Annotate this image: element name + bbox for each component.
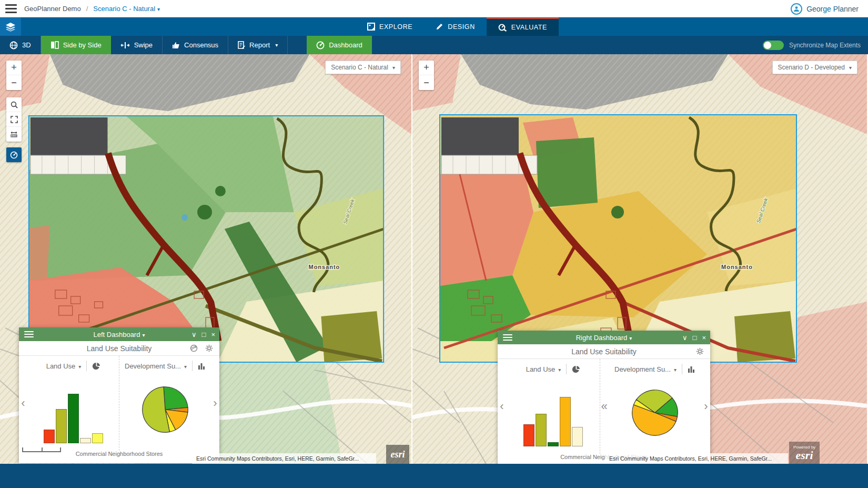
person-icon [793, 6, 800, 12]
geoplanner-app: GeoPlanner Demo / Scenario C - Natural▾ … [0, 0, 868, 488]
top-bar: GeoPlanner Demo / Scenario C - Natural▾ … [0, 0, 868, 17]
next-charts-button[interactable]: › [702, 359, 710, 454]
tab-evaluate[interactable]: EVALUATE [487, 17, 559, 36]
report-icon [238, 41, 245, 49]
right-scenario-value: Scenario D - Developed [778, 64, 845, 71]
esri-logo[interactable]: Powered by esri [789, 442, 820, 464]
measure-icon [10, 131, 18, 138]
consensus-button[interactable]: Consensus [163, 36, 228, 54]
sync-extents-toggle[interactable] [763, 41, 784, 50]
measure-button[interactable] [6, 127, 22, 142]
zoom-out-button[interactable]: − [6, 75, 22, 90]
tab-explore[interactable]: EXPLORE [356, 17, 424, 36]
gear-icon[interactable] [205, 344, 213, 352]
dashboard-collapse-button[interactable]: ∨ [682, 334, 688, 342]
swipe-button[interactable]: Swipe [111, 36, 163, 54]
collapse-card-button[interactable]: « [600, 359, 608, 454]
panel-title: Land Use Suitability [571, 347, 637, 356]
land-use-card: Land Use▾ [506, 359, 600, 454]
dashboard-maximize-button[interactable]: □ [202, 331, 206, 338]
dashboard-maximize-button[interactable]: □ [693, 334, 697, 342]
evaluate-icon [498, 24, 507, 32]
toolbar-gap [288, 36, 307, 54]
gear-icon[interactable] [696, 347, 704, 355]
tab-evaluate-label: EVALUATE [511, 24, 547, 31]
scenario-menu-label: Scenario C - Natural [93, 5, 155, 13]
zoom-in-button[interactable]: + [6, 61, 22, 75]
caret-down-icon: ▾ [184, 364, 187, 370]
dashboard-close-button[interactable]: × [702, 334, 706, 342]
bar-chart-icon[interactable] [198, 363, 206, 370]
caret-down-icon: ▾ [142, 332, 145, 338]
bottom-bar [0, 464, 868, 488]
map-attribution: Esri Community Maps Contributors, Esri, … [605, 453, 788, 464]
left-dashboard-title[interactable]: Left Dashboard▾ [19, 331, 219, 338]
scale-bar [22, 447, 61, 452]
zoom-controls: + − [419, 61, 434, 90]
powered-by-label: Powered by [793, 445, 815, 450]
app-menu-icon[interactable] [5, 4, 17, 13]
zoom-out-button[interactable]: − [419, 75, 434, 90]
dashboard-label: Dashboard [329, 41, 362, 49]
search-button[interactable] [6, 97, 22, 112]
chart-selector-development[interactable]: Development Su...▾ [125, 362, 187, 370]
breadcrumb-separator: / [86, 5, 88, 13]
report-button[interactable]: Report ▾ [228, 36, 288, 54]
caret-down-icon: ▾ [78, 364, 81, 370]
dashboard-gauge-icon [316, 41, 325, 49]
caret-down-icon: ▾ [674, 367, 677, 373]
avatar [791, 3, 802, 15]
chart-selector-land-use[interactable]: Land Use▾ [526, 365, 561, 373]
tab-design[interactable]: DESIGN [424, 17, 487, 36]
right-map-pane: Monsanto Seal Creek + − Scenario D - Dev… [412, 54, 867, 464]
map-area: Monsanto Seal Creek + − [0, 54, 868, 464]
globe-icon [9, 41, 18, 49]
esri-logo[interactable]: esri [386, 445, 409, 464]
explore-icon [367, 23, 375, 31]
3d-label: 3D [22, 41, 31, 49]
map-tools [6, 97, 22, 142]
left-scenario-select[interactable]: Scenario C - Natural ▾ [325, 61, 401, 74]
sync-extents-control: Synchronize Map Extents [763, 36, 861, 54]
right-scenario-select[interactable]: Scenario D - Developed ▾ [772, 61, 857, 74]
prev-charts-button[interactable]: ‹ [498, 359, 506, 454]
bar-chart-icon[interactable] [688, 366, 695, 373]
side-by-side-icon [51, 41, 59, 49]
dashboard-close-button[interactable]: × [211, 331, 215, 338]
chart-selector-development[interactable]: Development Su...▾ [614, 365, 677, 373]
left-dashboard-header[interactable]: Left Dashboard▾ ∨ □ × [19, 327, 219, 341]
prev-charts-button[interactable]: ‹ [19, 356, 27, 451]
dashboard-collapse-button[interactable]: ∨ [191, 331, 197, 338]
user-menu[interactable]: George Planner [791, 0, 859, 17]
search-icon [11, 101, 18, 108]
design-icon [436, 23, 443, 31]
hide-on-map-icon[interactable] [190, 344, 198, 352]
layers-button[interactable] [0, 17, 21, 36]
caret-down-icon: ▾ [275, 42, 278, 48]
caret-down-icon: ▾ [558, 367, 561, 373]
development-pie-chart [119, 374, 211, 451]
map-label-monsanto: Monsanto [721, 264, 753, 270]
right-dashboard-title[interactable]: Right Dashboard▾ [498, 334, 710, 342]
side-by-side-button[interactable]: Side by Side [41, 36, 111, 54]
pie-globe-icon[interactable] [572, 365, 580, 373]
land-use-bar-chart [506, 377, 600, 454]
right-dashboard-header[interactable]: Right Dashboard▾ ∨ □ × [498, 331, 710, 344]
caret-down-icon: ▾ [629, 335, 632, 341]
swipe-label: Swipe [134, 41, 153, 49]
mode-tabs: EXPLORE DESIGN EVALUATE [356, 17, 559, 36]
chart-selector-land-use[interactable]: Land Use▾ [46, 362, 82, 370]
zoom-in-button[interactable]: + [419, 61, 434, 75]
development-suitability-card: Development Su...▾ [119, 356, 211, 451]
dashboard-tool-active[interactable] [6, 147, 22, 162]
side-by-side-label: Side by Side [63, 41, 102, 49]
scenario-menu[interactable]: Scenario C - Natural▾ [93, 5, 160, 13]
3d-button[interactable]: 3D [0, 36, 41, 54]
full-extent-button[interactable] [6, 112, 22, 127]
evaluate-toolbar: 3D Side by Side Swipe Consensus Report ▾… [0, 36, 868, 54]
chart-caption: Commercial Neighborhood Stores [19, 451, 219, 463]
next-charts-button[interactable]: › [211, 356, 219, 451]
pie-globe-icon[interactable] [92, 362, 100, 370]
map-label-monsanto: Monsanto [309, 264, 340, 270]
dashboard-button[interactable]: Dashboard [307, 36, 372, 54]
